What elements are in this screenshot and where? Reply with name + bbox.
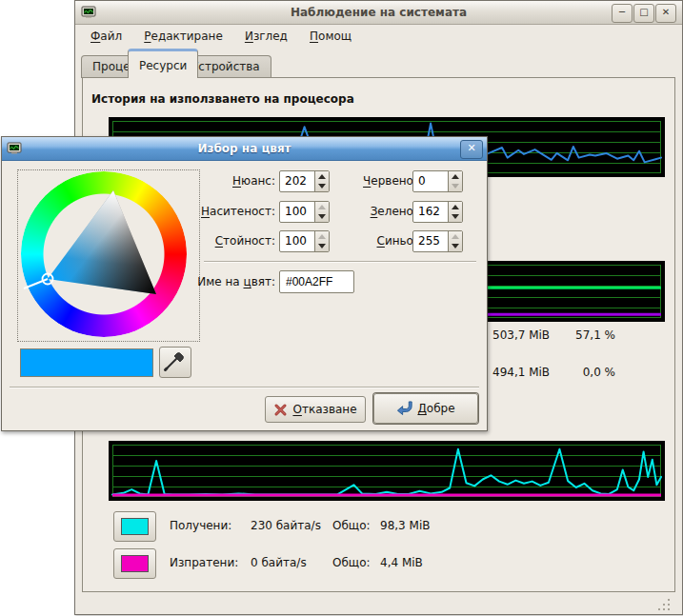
spin-up-icon	[452, 234, 459, 239]
ok-label: Добре	[417, 402, 454, 415]
spin-up-icon[interactable]	[318, 174, 326, 179]
dialog-title: Избор на цвят	[2, 137, 487, 160]
red-label: Червено:	[340, 170, 417, 192]
menu-view[interactable]: Изглед	[236, 25, 296, 47]
blue-spinner[interactable]: 255	[412, 230, 463, 252]
color-name-label: Име на цвят:	[192, 271, 275, 293]
swap-total-value: 494,1 MiB	[492, 366, 550, 379]
value-value[interactable]: 100	[285, 231, 307, 251]
tab-bar: Процеси Ресурси Устройства	[75, 50, 682, 78]
hue-value[interactable]: 202	[285, 171, 307, 191]
spin-up-icon[interactable]	[452, 205, 459, 209]
blue-label: Синьо:	[340, 230, 417, 252]
green-spinner[interactable]: 162	[412, 201, 463, 223]
resize-grip[interactable]	[657, 598, 673, 612]
eyedropper-icon	[160, 348, 189, 375]
color-name-input[interactable]	[279, 270, 354, 293]
received-rate: 230 байта/s	[251, 519, 321, 532]
memory-percent-value: 57,1 %	[558, 328, 615, 342]
received-color-button[interactable]	[113, 511, 156, 542]
separator	[204, 261, 476, 263]
swap-percent-value: 0,0 %	[558, 366, 615, 379]
window-title: Наблюдение на системата	[75, 1, 682, 24]
color-selection-dialog: Избор на цвят ✕	[1, 136, 488, 431]
spin-up-icon[interactable]	[452, 174, 459, 179]
saturation-value[interactable]: 100	[285, 202, 307, 222]
value-spin-buttons[interactable]	[314, 231, 329, 251]
sent-rate: 0 байта/s	[251, 556, 307, 569]
spin-down-icon[interactable]	[318, 184, 326, 189]
cpu-history-title: История на използването на процесора	[91, 92, 354, 106]
ok-return-arrow-icon	[396, 401, 412, 416]
spin-down-icon[interactable]	[318, 214, 326, 219]
maximize-icon: □	[639, 7, 648, 17]
spin-down-icon[interactable]	[452, 244, 459, 248]
value-spinner[interactable]: 100	[279, 230, 330, 252]
menu-help[interactable]: Помощ	[301, 25, 360, 47]
ok-button[interactable]: Добре	[373, 393, 478, 424]
spin-down-icon[interactable]	[452, 214, 459, 219]
close-icon: ✕	[662, 7, 670, 17]
received-total-label: Общо:	[332, 519, 371, 532]
spin-up-icon	[318, 205, 326, 209]
main-titlebar[interactable]: Наблюдение на системата ─ □ ✕	[75, 1, 682, 25]
green-spin-buttons[interactable]	[448, 202, 462, 222]
saturation-spin-buttons[interactable]	[314, 202, 329, 222]
spin-down-icon	[452, 184, 459, 189]
sent-label: Изпратени:	[170, 556, 238, 569]
cancel-label: Отказване	[292, 403, 356, 416]
received-color-swatch	[121, 518, 149, 535]
hue-label: Нюанс:	[197, 170, 275, 192]
minimize-button[interactable]: ─	[612, 4, 633, 23]
close-icon: ✕	[467, 142, 475, 154]
dialog-close-button[interactable]: ✕	[460, 140, 483, 159]
red-spin-buttons[interactable]	[448, 171, 462, 191]
dialog-titlebar[interactable]: Избор на цвят ✕	[2, 137, 487, 161]
sent-color-button[interactable]	[113, 548, 156, 579]
cancel-x-icon	[273, 403, 288, 417]
sent-total-label: Общо:	[332, 556, 371, 569]
blue-spin-buttons[interactable]	[448, 231, 462, 251]
saturation-label: Наситеност:	[197, 201, 275, 223]
cancel-button[interactable]: Отказване	[265, 396, 366, 423]
tab-resources[interactable]: Ресурси	[128, 49, 198, 78]
network-history-chart	[109, 441, 665, 501]
sent-color-swatch	[121, 555, 149, 572]
spin-up-icon	[318, 234, 326, 239]
received-label: Получени:	[170, 519, 231, 532]
sent-total: 4,4 MiB	[380, 556, 423, 569]
hue-spinner[interactable]: 202	[279, 170, 330, 192]
menu-edit[interactable]: Редактиране	[135, 25, 231, 47]
selected-color-preview	[20, 348, 153, 377]
menubar: Файл Редактиране Изглед Помощ	[75, 25, 682, 50]
green-value[interactable]: 162	[418, 202, 440, 222]
red-spinner[interactable]: 0	[412, 170, 463, 192]
blue-value[interactable]: 255	[418, 231, 440, 251]
memory-total-value: 503,7 MiB	[492, 328, 550, 342]
green-label: Зелено:	[340, 201, 417, 223]
minimize-icon: ─	[619, 7, 625, 17]
saturation-spinner[interactable]: 100	[279, 201, 330, 223]
red-value[interactable]: 0	[418, 171, 426, 191]
hue-wheel-widget[interactable]	[17, 169, 200, 342]
spin-down-icon[interactable]	[318, 244, 326, 248]
received-total: 98,3 MiB	[380, 519, 430, 532]
close-button[interactable]: ✕	[655, 4, 676, 23]
maximize-button[interactable]: □	[633, 4, 654, 23]
eyedropper-button[interactable]	[159, 347, 191, 378]
screen: Наблюдение на системата ─ □ ✕ Файл Редак…	[0, 0, 683, 616]
hue-spin-buttons[interactable]	[314, 171, 329, 191]
value-label: Стойност:	[197, 230, 275, 252]
saturation-value-triangle[interactable]	[18, 170, 199, 341]
menu-file[interactable]: Файл	[82, 25, 131, 47]
separator	[10, 387, 479, 388]
